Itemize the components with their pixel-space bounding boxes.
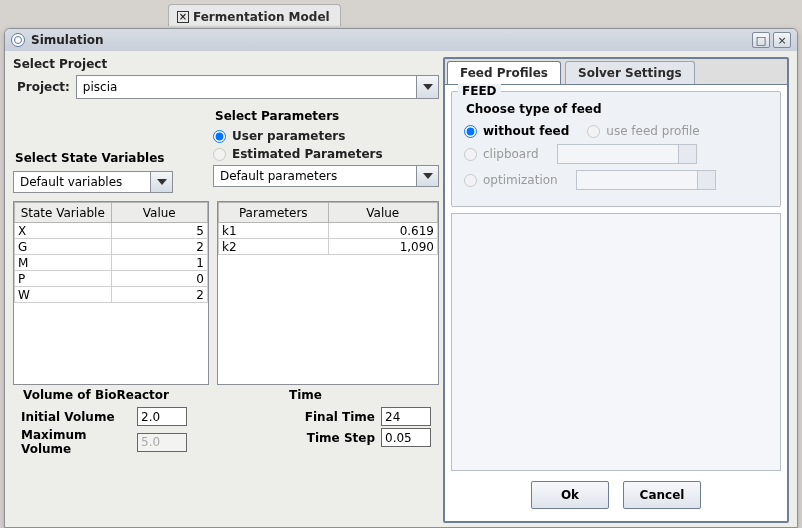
simulation-window: Simulation □ × Select Project Project: p… [4,28,798,528]
project-value: piscia [77,80,416,94]
initial-volume-label: Initial Volume [21,410,131,424]
window-content: Select Project Project: piscia Select St… [5,51,797,527]
state-vars-table[interactable]: State VariableValue X5 G2 M1 P0 W2 [13,201,209,385]
chevron-down-icon [157,179,167,185]
table-row: X5 [15,223,208,239]
radio-user-params[interactable]: User parameters [213,129,439,143]
radio-estimated-params-input [213,148,226,161]
editor-tab-fermentation[interactable]: × Fermentation Model [168,4,341,26]
table-row: k10.619 [219,223,438,239]
window-icon [11,33,25,47]
select-params-heading: Select Parameters [215,109,439,123]
volume-legend: Volume of BioReactor [19,388,173,402]
params-combo-drop[interactable] [416,166,438,186]
table-row: G2 [15,239,208,255]
close-window-button[interactable]: × [773,32,791,48]
th-pm-name: Parameters [219,203,329,223]
time-step-label: Time Step [287,431,375,445]
time-fieldset: Time Final Time Time Step [279,395,439,464]
radio-without-feed[interactable]: without feed [464,124,569,138]
table-row: M1 [15,255,208,271]
close-tab-icon[interactable]: × [177,11,189,23]
radio-optimization: optimization [464,173,558,187]
select-project-heading: Select Project [13,57,439,71]
tab-feed-profiles[interactable]: Feed Profiles [447,61,561,84]
time-legend: Time [285,388,326,402]
chevron-down-icon [423,84,433,90]
final-time-label: Final Time [287,410,375,424]
project-combo-drop[interactable] [416,76,438,98]
window-title: Simulation [31,33,749,47]
th-pm-value: Value [328,203,438,223]
max-volume-input [137,433,187,452]
radio-user-params-input[interactable] [213,130,226,143]
select-state-vars-heading: Select State Variables [15,151,209,165]
params-combo[interactable]: Default parameters [213,165,439,187]
chevron-down-icon [423,173,433,179]
feed-legend: FEED [458,84,501,98]
cancel-button[interactable]: Cancel [623,481,701,509]
feed-fieldset: FEED Choose type of feed without feed us… [451,91,781,207]
state-vars-combo-drop[interactable] [150,172,172,192]
ok-button[interactable]: Ok [531,481,609,509]
feed-preview-area [451,213,781,471]
clipboard-combo [557,144,697,164]
table-row: k21,090 [219,239,438,255]
optimization-combo [576,170,716,190]
project-combo[interactable]: piscia [76,75,439,99]
state-vars-combo-value: Default variables [14,175,150,189]
params-combo-value: Default parameters [214,169,416,183]
max-volume-label: Maximum Volume [21,428,131,456]
th-sv-name: State Variable [15,203,112,223]
initial-volume-input[interactable] [137,407,187,426]
final-time-input[interactable] [381,407,431,426]
state-vars-combo[interactable]: Default variables [13,171,173,193]
tab-label: Fermentation Model [193,10,330,24]
radio-use-feed-profile: use feed profile [587,124,699,138]
th-sv-value: Value [111,203,208,223]
project-label: Project: [17,80,70,94]
radio-clipboard: clipboard [464,147,539,161]
radio-estimated-params: Estimated Parameters [213,147,439,161]
table-row: W2 [15,287,208,303]
feed-choose-heading: Choose type of feed [466,102,772,116]
tab-solver-settings[interactable]: Solver Settings [565,61,695,84]
time-step-input[interactable] [381,428,431,447]
titlebar[interactable]: Simulation □ × [5,29,797,51]
table-row: P0 [15,271,208,287]
params-table[interactable]: ParametersValue k10.619 k21,090 [217,201,439,385]
volume-fieldset: Volume of BioReactor Initial Volume Maxi… [13,395,249,464]
maximize-button[interactable]: □ [752,32,770,48]
